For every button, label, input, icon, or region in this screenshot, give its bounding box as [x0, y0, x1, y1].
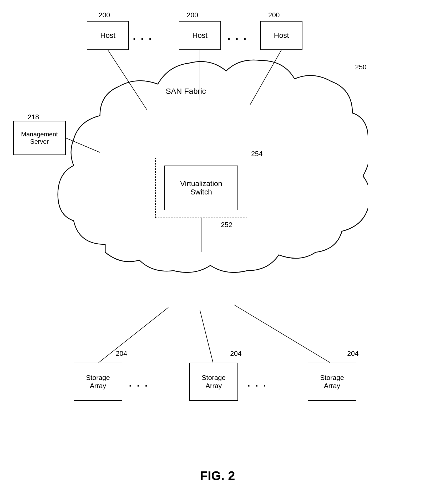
ref-200-host3: 200: [268, 11, 280, 19]
host-box-2: Host: [179, 21, 221, 50]
figure-label: FIG. 2: [200, 469, 235, 483]
svg-line-5: [99, 307, 168, 363]
dots-between-storage2-storage3: . . .: [247, 377, 267, 389]
diagram-container: 250 SAN Fabric Host Host Host 200 200 20…: [0, 0, 435, 504]
host-box-1: Host: [87, 21, 129, 50]
storage-array-box-2: StorageArray: [189, 363, 238, 401]
vswitch-inner-box: VirtualizationSwitch: [164, 166, 238, 210]
management-server-box: ManagementServer: [13, 121, 66, 155]
svg-line-7: [234, 305, 330, 363]
ref-252: 252: [221, 221, 232, 229]
san-fabric-label: SAN Fabric: [166, 87, 206, 96]
dots-between-storage1-storage2: . . .: [129, 377, 149, 389]
ref-200-host1: 200: [99, 11, 110, 19]
ref-204-storage1: 204: [116, 349, 127, 358]
dots-between-host1-host2: . . .: [133, 30, 153, 42]
storage-array-box-1: StorageArray: [74, 363, 122, 401]
svg-line-6: [200, 310, 213, 363]
storage-array-box-3: StorageArray: [308, 363, 356, 401]
ref-218: 218: [28, 113, 39, 121]
dots-between-host2-host3: . . .: [227, 30, 247, 42]
ref-204-storage2: 204: [230, 349, 241, 358]
ref-250: 250: [355, 63, 366, 71]
ref-200-host2: 200: [187, 11, 198, 19]
ref-254: 254: [251, 150, 262, 158]
ref-204-storage3: 204: [347, 349, 358, 358]
host-box-3: Host: [260, 21, 302, 50]
